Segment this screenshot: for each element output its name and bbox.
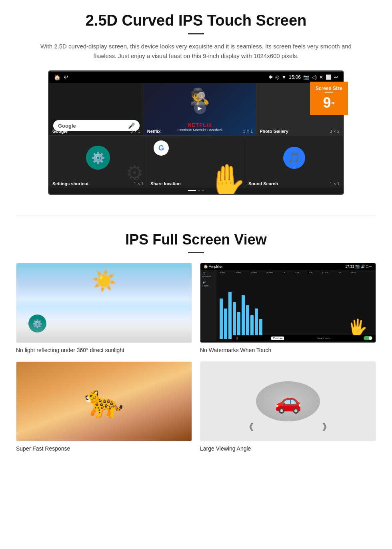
bluetooth-icon: ✱ <box>269 74 273 80</box>
status-time: 15:06 <box>289 74 301 80</box>
app-cell-share[interactable]: G 🤚 Share location 1 × 1 <box>147 136 245 188</box>
netflix-app-size: 3 × 1 <box>243 129 253 134</box>
car-arrow-right: ❱ <box>321 421 328 431</box>
cheetah-caption: Super Fast Response <box>16 445 192 452</box>
share-app-name: Share location <box>150 181 181 186</box>
google-app-name: Google <box>52 129 68 134</box>
app-row-2: ⚙️ ⚙ Settings shortcut 1 × 1 G <box>49 135 343 188</box>
section-curved-screen: 2.5D Curved IPS Touch Screen With 2.5D c… <box>0 0 392 203</box>
amp-time: 17:33 📷 🔊 □ ↩ <box>345 264 372 268</box>
amp-sidebar: ⚖️Balance 🔊Fader <box>200 270 216 341</box>
amp-bar-1 <box>220 299 223 339</box>
sound-search-icon: 🎵 <box>283 147 305 169</box>
volume-icon: ◁) <box>312 74 317 80</box>
car-caption: Large Viewing Angle <box>200 445 376 452</box>
settings-label-row: Settings shortcut 1 × 1 <box>49 180 147 188</box>
amp-freq-labels: 60hz100hz200hz500hz1k2.5k10k12.5k15kSUB <box>220 271 356 274</box>
amp-hand-icon: 🖐 <box>348 318 368 337</box>
sunlight-caption: No light reflecting under 360° direct su… <box>16 347 192 353</box>
amp-bar-7 <box>246 305 249 339</box>
status-bar-left: 🏠 Ψ <box>54 74 68 80</box>
settings-app-name: Settings shortcut <box>52 181 88 186</box>
section-ips-fullscreen: IPS Full Screen View ☀️ ⚙️ No light refl… <box>0 227 392 460</box>
amp-loudness-label: loudness <box>318 337 330 340</box>
car-arrow-left: ❰ <box>248 421 255 431</box>
photos-app-name: Photo Gallery <box>260 129 288 134</box>
amp-fader-label: 🔊Fader <box>202 281 214 287</box>
badge-divider <box>325 92 333 93</box>
share-label-row: Share location 1 × 1 <box>147 180 245 188</box>
window-icon: ⬜ <box>326 74 332 80</box>
section1-description: With 2.5D curved-display screen, this de… <box>40 42 352 61</box>
car-emoji: 🚗 <box>274 389 302 415</box>
amp-toggle <box>364 336 372 340</box>
section-divider <box>16 215 376 215</box>
feature-amplifier: 🏠 Amplifier 17:33 📷 🔊 □ ↩ ⚖️Balance 🔊Fad… <box>200 263 376 353</box>
sound-app-size: 1 × 1 <box>330 181 340 186</box>
badge-label: Screen Size <box>316 86 342 91</box>
sunlight-image: ☀️ ⚙️ <box>16 263 192 343</box>
badge-size: 9" <box>316 94 342 111</box>
amp-bar-3 <box>228 292 232 339</box>
amp-header: 🏠 Amplifier 17:33 📷 🔊 □ ↩ <box>200 263 376 270</box>
sunlight-visual: ☀️ ⚙️ <box>16 263 192 343</box>
amp-bar-2 <box>224 309 227 339</box>
section2-title: IPS Full Screen View <box>16 231 376 248</box>
dot-1 <box>198 190 200 191</box>
car-oval: 🚗 <box>256 381 320 421</box>
amplifier-visual: 🏠 Amplifier 17:33 📷 🔊 □ ↩ ⚖️Balance 🔊Fad… <box>200 263 376 343</box>
home-icon: 🏠 <box>54 74 60 80</box>
car-visual: 🚗 ❰ ❱ <box>200 362 376 441</box>
cheetah-emoji: 🐆 <box>84 383 124 420</box>
settings-icon: ⚙️ <box>86 146 110 170</box>
amp-bar-6 <box>242 295 245 339</box>
netflix-label-row: Netflix 3 × 1 <box>144 127 256 135</box>
amp-home-icon: 🏠 Amplifier <box>204 264 223 268</box>
status-bar: 🏠 Ψ ✱ ◎ ▼ 15:06 📷 ◁) ✕ ⬜ ↩ <box>49 72 343 83</box>
app-cell-google[interactable]: Google 🎤 Google 3 × 1 <box>49 83 144 135</box>
dot-active <box>188 190 196 191</box>
amp-balance-label: ⚖️Balance <box>202 272 214 278</box>
android-screen: 🏠 Ψ ✱ ◎ ▼ 15:06 📷 ◁) ✕ ⬜ ↩ <box>48 70 344 195</box>
car-image: 🚗 ❰ ❱ <box>200 361 376 441</box>
feature-cheetah: 🐆 Super Fast Response <box>16 361 192 452</box>
back-icon: ↩ <box>334 74 338 80</box>
feature-car: 🚗 ❰ ❱ Large Viewing Angle <box>200 361 376 452</box>
app-cell-settings[interactable]: ⚙️ ⚙ Settings shortcut 1 × 1 <box>49 136 147 188</box>
features-grid: ☀️ ⚙️ No light reflecting under 360° dir… <box>16 263 376 452</box>
sun-icon: ☀️ <box>92 269 116 293</box>
amplifier-image: 🏠 Amplifier 17:33 📷 🔊 □ ↩ ⚖️Balance 🔊Fad… <box>200 263 376 343</box>
cheetah-image: 🐆 <box>16 361 192 441</box>
x-icon: ✕ <box>319 74 323 80</box>
hand-touch-icon: 🤚 <box>207 162 247 195</box>
app-grid: Google 🎤 Google 3 × 1 🕵️ ▶ <box>49 83 343 194</box>
amp-custom-btn: Custom <box>271 337 284 340</box>
camera-icon: 📷 <box>303 74 309 80</box>
sound-label-row: Sound Search 1 × 1 <box>245 180 343 188</box>
car-content: 🚗 ❰ ❱ <box>256 381 320 421</box>
settings-app-size: 1 × 1 <box>134 181 144 186</box>
amp-content: ⚖️Balance 🔊Fader 60hz100hz200hz500hz1k2.… <box>200 270 376 341</box>
feature-sunlight: ☀️ ⚙️ No light reflecting under 360° dir… <box>16 263 192 353</box>
google-app-size: 3 × 1 <box>130 129 140 134</box>
photos-app-size: 3 × 2 <box>330 129 340 134</box>
location-icon: ◎ <box>275 74 279 80</box>
status-bar-right: ✱ ◎ ▼ 15:06 📷 ◁) ✕ ⬜ ↩ <box>269 74 338 80</box>
amp-bar-5 <box>237 312 240 339</box>
photos-label-row: Photo Gallery 3 × 2 <box>256 127 343 135</box>
pagination-dots <box>49 188 343 194</box>
signal-icon: Ψ <box>64 74 68 80</box>
amp-prev-icon: ⟨⟨ <box>236 337 238 340</box>
app-cell-netflix[interactable]: 🕵️ ▶ NETFLIX Continue Marvel's Daredevil… <box>144 83 256 135</box>
netflix-app-name: Netflix <box>147 129 161 134</box>
app-cell-sound[interactable]: 🎵 Sound Search 1 × 1 <box>245 136 343 188</box>
app-row-1: Google 🎤 Google 3 × 1 🕵️ ▶ <box>49 83 343 135</box>
section2-title-underline <box>188 252 204 253</box>
google-label-row: Google 3 × 1 <box>49 127 144 135</box>
section1-title: 2.5D Curved IPS Touch Screen <box>16 12 376 29</box>
title-underline <box>188 33 204 34</box>
sound-app-name: Sound Search <box>248 181 278 186</box>
amp-bars-area: 60hz100hz200hz500hz1k2.5k10k12.5k15kSUB <box>216 270 376 341</box>
ground-gradient <box>16 319 192 343</box>
android-screen-wrapper: Screen Size 9" 🏠 Ψ ✱ ◎ ▼ 15:06 📷 ◁) ✕ <box>48 70 344 195</box>
